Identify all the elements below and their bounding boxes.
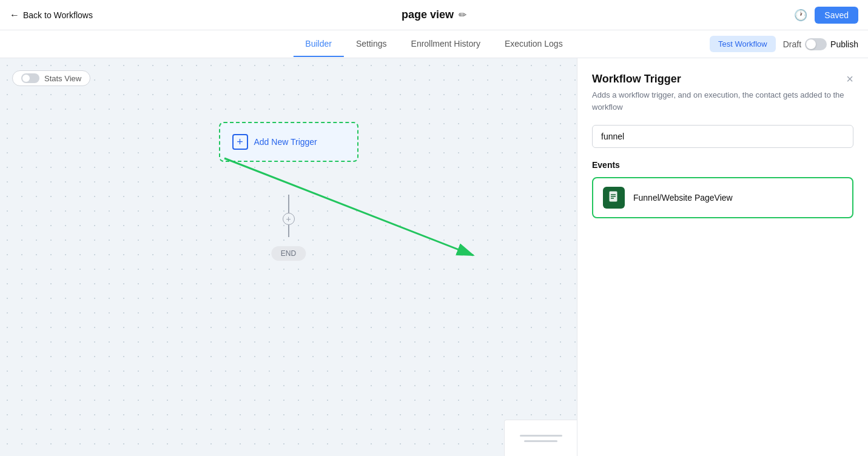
end-label: END [271,246,306,261]
page-title: page view [402,8,454,21]
test-workflow-button[interactable]: Test Workflow [710,36,776,52]
stats-view-label: Stats View [44,74,81,83]
main-area: Stats View + Add New Trigger + END [0,58,868,456]
back-label: Back to Workflows [23,10,93,20]
draft-toggle-area: Draft Publish [783,38,858,50]
end-node: END [271,246,306,261]
mini-line-2 [524,440,557,442]
trigger-node: + Add New Trigger [219,122,358,162]
line-segment-top [288,195,289,213]
back-to-workflows-link[interactable]: ← Back to Workflows [10,10,93,21]
event-item-funnel-pageview[interactable]: Funnel/Website PageView [592,177,853,218]
top-bar-right: 🕐 Saved [794,7,858,24]
stats-toggle-switch[interactable] [21,73,39,83]
line-segment-bottom [288,225,289,237]
panel-description: Adds a workflow trigger, and on executio… [592,89,853,113]
tab-enrollment-history[interactable]: Enrollment History [399,32,493,57]
publish-label: Publish [830,39,858,49]
canvas: Stats View + Add New Trigger + END [0,58,577,456]
tabs-right: Test Workflow Draft Publish [710,36,858,52]
add-trigger-button[interactable]: + Add New Trigger [219,122,358,162]
saved-button[interactable]: Saved [815,7,858,24]
toggle-knob [806,39,816,49]
draft-publish-toggle[interactable] [805,38,827,50]
add-step-button[interactable]: + [283,213,295,225]
history-icon[interactable]: 🕐 [794,8,807,22]
trigger-label: Add New Trigger [254,137,317,147]
back-arrow-icon: ← [10,10,19,21]
tabs-center: Builder Settings Enrollment History Exec… [293,32,574,57]
panel-title: Workflow Trigger [592,73,681,86]
connector-line: + [283,195,295,237]
right-panel: Workflow Trigger × Adds a workflow trigg… [577,58,868,456]
trigger-plus-icon: + [232,134,248,150]
event-name: Funnel/Website PageView [633,193,733,203]
draft-label: Draft [783,39,801,49]
edit-icon[interactable]: ✏ [459,9,466,21]
page-title-area: page view ✏ [402,8,466,21]
tab-execution-logs[interactable]: Execution Logs [493,32,575,57]
top-bar: ← Back to Workflows page view ✏ 🕐 Saved [0,0,868,30]
stats-view-toggle[interactable]: Stats View [12,70,90,86]
tab-builder[interactable]: Builder [293,32,344,57]
svg-line-1 [224,158,473,255]
mini-panel [504,420,577,456]
panel-close-button[interactable]: × [846,73,853,85]
panel-header: Workflow Trigger × [592,73,853,86]
stats-toggle-knob [22,75,30,82]
mini-line-1 [520,435,562,437]
event-icon [603,187,625,209]
tab-settings[interactable]: Settings [344,32,399,57]
nav-tabs: Builder Settings Enrollment History Exec… [0,30,868,58]
trigger-search-input[interactable] [592,125,853,148]
events-label: Events [592,160,853,170]
